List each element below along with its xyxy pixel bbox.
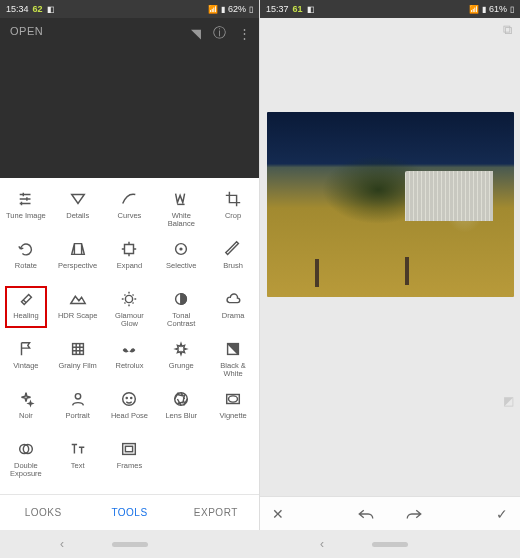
tool-perspective[interactable]: Perspective: [52, 236, 104, 286]
nav-handle[interactable]: [112, 542, 148, 547]
tool-label: Portrait: [66, 412, 90, 420]
svg-point-8: [127, 398, 128, 399]
nav-back-icon[interactable]: ‹: [60, 537, 64, 551]
tool-drama[interactable]: Drama: [207, 286, 259, 336]
tool-grunge[interactable]: Grunge: [155, 336, 207, 386]
tool-grainy-film[interactable]: Grainy Film: [52, 336, 104, 386]
tool-label: Drama: [222, 312, 245, 320]
redo-icon[interactable]: [405, 507, 423, 521]
tool-label: Noir: [19, 412, 33, 420]
editor-canvas: ⧉ ◩: [260, 18, 520, 496]
tool-label: Tonal Contrast: [167, 312, 195, 329]
nav-handle[interactable]: [372, 542, 408, 547]
status-app-icon: ◧: [307, 5, 315, 14]
tool-double-exposure[interactable]: Double Exposure: [0, 436, 52, 486]
bottom-tabs: LOOKS TOOLS EXPORT: [0, 494, 259, 530]
tool-crop[interactable]: Crop: [207, 186, 259, 236]
tool-label: Perspective: [58, 262, 97, 270]
tool-lens-blur[interactable]: Lens Blur: [155, 386, 207, 436]
tool-glamour-glow[interactable]: Glamour Glow: [104, 286, 156, 336]
tool-text[interactable]: Text: [52, 436, 104, 486]
tool-tune-image[interactable]: Tune Image: [0, 186, 52, 236]
tool-frames[interactable]: Frames: [104, 436, 156, 486]
status-time: 15:34: [6, 4, 29, 14]
crop-icon: [224, 190, 242, 208]
open-button[interactable]: OPEN: [10, 25, 43, 37]
bookmark-icon[interactable]: ◩: [503, 394, 514, 408]
brush-icon: [224, 240, 242, 258]
tool-portrait[interactable]: Portrait: [52, 386, 104, 436]
layers-icon[interactable]: ◥: [191, 26, 201, 41]
glow-icon: [120, 290, 138, 308]
tool-label: Frames: [117, 462, 142, 470]
target-icon: [172, 240, 190, 258]
svg-point-2: [126, 295, 133, 302]
tool-selective[interactable]: Selective: [155, 236, 207, 286]
status-battery: 61%: [489, 4, 507, 14]
tool-label: Retrolux: [116, 362, 144, 370]
flag-icon: [17, 340, 35, 358]
info-icon[interactable]: ⓘ: [213, 24, 226, 42]
apply-button[interactable]: ✓: [496, 506, 508, 522]
signal-icon: ▮: [482, 5, 486, 14]
tool-label: Double Exposure: [10, 462, 42, 479]
tool-label: Head Pose: [111, 412, 148, 420]
tool-brush[interactable]: Brush: [207, 236, 259, 286]
phone-right: 15:37 61 ◧ 📶 ▮ 61% ▯ ⧉ ◩ ✕: [260, 0, 520, 530]
aperture-icon: [172, 390, 190, 408]
svg-point-12: [229, 396, 238, 402]
tool-rotate[interactable]: Rotate: [0, 236, 52, 286]
tab-export[interactable]: EXPORT: [173, 495, 259, 530]
nav-back-icon[interactable]: ‹: [320, 537, 324, 551]
splat-icon: [172, 340, 190, 358]
tool-noir[interactable]: Noir: [0, 386, 52, 436]
mountain-icon: [69, 290, 87, 308]
tab-looks[interactable]: LOOKS: [0, 495, 86, 530]
sparkle-icon: [17, 390, 35, 408]
tool-vignette[interactable]: Vignette: [207, 386, 259, 436]
tab-tools[interactable]: TOOLS: [86, 495, 172, 530]
tool-expand[interactable]: Expand: [104, 236, 156, 286]
vignette-icon: [224, 390, 242, 408]
svg-point-1: [180, 248, 182, 250]
battery-icon: ▯: [510, 5, 514, 14]
tool-vintage[interactable]: Vintage: [0, 336, 52, 386]
status-app-icon: ◧: [47, 5, 55, 14]
svg-point-6: [75, 394, 80, 399]
tool-white-balance[interactable]: White Balance: [155, 186, 207, 236]
edited-photo[interactable]: [267, 112, 514, 297]
mustache-icon: [120, 340, 138, 358]
undo-icon[interactable]: [357, 507, 375, 521]
tool-healing[interactable]: Healing: [0, 286, 52, 336]
persp-icon: [69, 240, 87, 258]
tool-label: Expand: [117, 262, 142, 270]
film-icon: [69, 340, 87, 358]
wifi-icon: 📶: [208, 5, 218, 14]
tool-tonal-contrast[interactable]: Tonal Contrast: [155, 286, 207, 336]
tool-curves[interactable]: Curves: [104, 186, 156, 236]
tool-label: Brush: [223, 262, 243, 270]
tool-details[interactable]: Details: [52, 186, 104, 236]
tool-retrolux[interactable]: Retrolux: [104, 336, 156, 386]
dblexp-icon: [17, 440, 35, 458]
svg-point-9: [131, 398, 132, 399]
compare-icon[interactable]: ⧉: [503, 22, 512, 38]
svg-rect-4: [72, 344, 83, 355]
editor-action-bar: ✕ ✓: [260, 496, 520, 530]
highlight-box: [5, 286, 47, 328]
wifi-icon: 📶: [469, 5, 479, 14]
tool-label: Vignette: [219, 412, 246, 420]
status-accent: 61: [293, 4, 303, 14]
tool-label: Details: [66, 212, 89, 220]
tool-head-pose[interactable]: Head Pose: [104, 386, 156, 436]
tool-label: Rotate: [15, 262, 37, 270]
tool-hdr-scape[interactable]: HDR Scape: [52, 286, 104, 336]
tool-label: White Balance: [168, 212, 195, 229]
tool-label: Tune Image: [6, 212, 46, 220]
tool-label: Crop: [225, 212, 241, 220]
image-preview-dark: OPEN ◥ ⓘ ⋮: [0, 18, 259, 178]
tool-label: Text: [71, 462, 85, 470]
tool-black-white[interactable]: Black & White: [207, 336, 259, 386]
close-button[interactable]: ✕: [272, 506, 284, 522]
more-icon[interactable]: ⋮: [238, 26, 251, 41]
